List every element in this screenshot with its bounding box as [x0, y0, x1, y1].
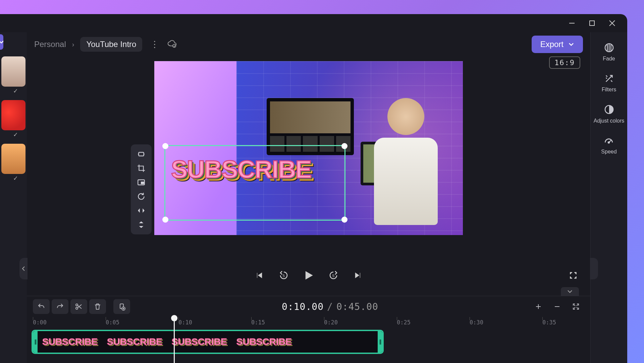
svg-point-12: [76, 304, 78, 306]
undo-button[interactable]: [33, 299, 50, 314]
adjust-colors-tool[interactable]: Adjust colors: [594, 104, 625, 124]
svg-line-24: [577, 305, 578, 306]
svg-text:5: 5: [332, 274, 334, 278]
play-button[interactable]: [303, 270, 314, 281]
aspect-ratio-badge[interactable]: 16:9: [549, 56, 580, 69]
speed-icon: [603, 135, 614, 146]
pip-icon[interactable]: [136, 177, 146, 187]
svg-point-33: [608, 142, 609, 143]
check-icon: ✓: [13, 87, 18, 95]
skip-end-button[interactable]: [353, 270, 364, 281]
more-menu-button[interactable]: ⋮: [148, 39, 161, 50]
minimize-button[interactable]: [568, 19, 576, 27]
media-thumb[interactable]: ✓: [1, 100, 25, 137]
sidebar-label: Speed: [601, 149, 616, 155]
stage-wrap: 16:9 SUBSCRIBE: [27, 56, 590, 264]
ruler-tick: 0:15: [251, 319, 265, 326]
speed-tool[interactable]: Speed: [601, 135, 616, 155]
svg-text:5: 5: [283, 274, 285, 278]
skip-start-button[interactable]: [253, 270, 265, 281]
top-bar: Personal › YouTube Intro ⋮ Export: [27, 32, 590, 56]
playback-controls: 5 5: [27, 264, 590, 287]
chevron-down-icon: [0, 39, 3, 45]
timeline-ruler[interactable]: 0:00 0:05 0:10 0:15 0:20 0:25 0:30 0:35: [27, 317, 590, 328]
svg-line-26: [577, 307, 578, 309]
media-panel: ✓ ✓ ✓: [0, 32, 27, 363]
rewind-5-button[interactable]: 5: [278, 270, 289, 281]
crop-icon[interactable]: [136, 163, 146, 173]
fade-icon: [604, 42, 614, 53]
svg-rect-1: [590, 21, 594, 26]
resize-handle[interactable]: [341, 143, 347, 149]
ruler-tick: 0:30: [470, 319, 483, 326]
maximize-button[interactable]: [588, 19, 596, 27]
ruler-tick: 0:35: [542, 319, 556, 326]
redo-button[interactable]: [52, 299, 68, 314]
chevron-down-icon: [567, 289, 573, 293]
collapse-panel-button[interactable]: [19, 258, 28, 279]
flip-h-icon[interactable]: [136, 206, 146, 216]
resize-handle[interactable]: [162, 143, 168, 149]
resize-handle[interactable]: [341, 217, 347, 223]
central-area: Personal › YouTube Intro ⋮ Export 16:9: [27, 32, 590, 363]
workspace-crumb[interactable]: Personal: [34, 40, 66, 49]
close-button[interactable]: [608, 19, 616, 27]
export-button[interactable]: Export: [532, 36, 583, 53]
forward-5-button[interactable]: 5: [328, 270, 339, 281]
chevron-left-icon: [21, 266, 25, 271]
svg-point-13: [76, 307, 78, 309]
ruler-tick: 0:05: [106, 319, 119, 326]
panel-dropdown[interactable]: [0, 34, 3, 50]
svg-point-4: [173, 44, 176, 47]
fit-icon[interactable]: [136, 149, 146, 159]
zoom-fit-button[interactable]: [568, 299, 584, 314]
fullscreen-button[interactable]: [568, 270, 579, 281]
svg-rect-5: [139, 152, 144, 156]
sidebar-label: Fade: [603, 56, 615, 62]
current-time: 0:10.00: [282, 301, 324, 312]
ruler-tick: 0:25: [397, 319, 411, 326]
selection-box[interactable]: [164, 145, 345, 221]
sidebar-label: Adjust colors: [594, 118, 625, 124]
resize-handle[interactable]: [162, 217, 168, 223]
clip-trim-left[interactable]: [33, 331, 38, 353]
window-titlebar: [0, 14, 627, 32]
export-label: Export: [540, 40, 564, 49]
timeline-time: 0:10.00/0:45.00: [132, 301, 528, 312]
duplicate-button[interactable]: [113, 299, 130, 314]
clip-thumb: SUBSCRIBE: [42, 336, 98, 347]
rotate-icon[interactable]: [136, 191, 146, 201]
media-thumb[interactable]: ✓: [1, 56, 25, 93]
clip-thumb: SUBSCRIBE: [236, 336, 292, 347]
ruler-tick: 0:00: [33, 319, 47, 326]
app-window: ✓ ✓ ✓ Personal › YouTube Intro ⋮ Export: [0, 14, 627, 363]
preview-canvas[interactable]: SUBSCRIBE: [154, 61, 463, 235]
cloud-sync-icon[interactable]: [167, 39, 177, 50]
project-title[interactable]: YouTube Intro: [80, 37, 142, 52]
timeline: 0:10.00/0:45.00 0:00 0:05 0:10 0:15 0:20…: [27, 296, 590, 363]
zoom-out-button[interactable]: [549, 299, 566, 314]
media-thumb[interactable]: ✓: [1, 144, 25, 181]
chevron-right-icon: ›: [72, 41, 74, 48]
fade-tool[interactable]: Fade: [603, 42, 615, 62]
timeline-clip[interactable]: SUBSCRIBE SUBSCRIBE SUBSCRIBE SUBSCRIBE: [32, 330, 384, 354]
timeline-toolbar: 0:10.00/0:45.00: [27, 296, 590, 317]
clip-trim-right[interactable]: [378, 331, 382, 353]
svg-line-23: [574, 305, 575, 306]
track-area[interactable]: SUBSCRIBE SUBSCRIBE SUBSCRIBE SUBSCRIBE: [27, 328, 590, 363]
clip-thumb: SUBSCRIBE: [172, 336, 227, 347]
collapse-stage-button[interactable]: [561, 287, 579, 296]
adjust-colors-icon: [604, 104, 614, 115]
expand-panel-button[interactable]: [590, 258, 598, 279]
flip-v-icon[interactable]: [136, 220, 146, 230]
properties-sidebar: Fade Filters Adjust colors Speed: [590, 32, 627, 363]
zoom-in-button[interactable]: [530, 299, 547, 314]
playhead[interactable]: [174, 316, 175, 363]
filters-icon: [604, 73, 614, 84]
filters-tool[interactable]: Filters: [602, 73, 616, 93]
check-icon: ✓: [13, 131, 18, 138]
svg-line-25: [574, 307, 575, 309]
split-button[interactable]: [70, 299, 87, 314]
delete-button[interactable]: [89, 299, 106, 314]
sidebar-label: Filters: [602, 87, 616, 93]
